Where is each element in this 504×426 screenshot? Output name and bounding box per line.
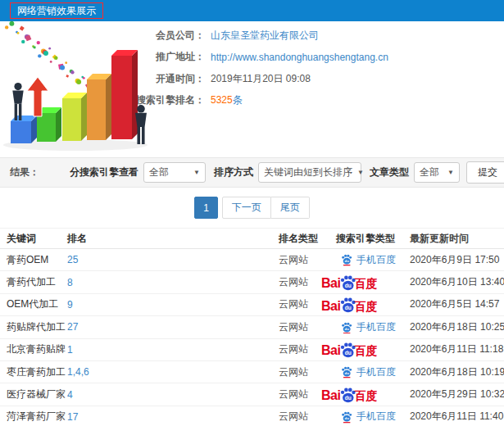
mobile-baidu-logo[interactable]: du 手机百度 — [341, 320, 396, 334]
updated-cell: 2020年6月11日 11:18 — [410, 342, 504, 356]
engine-filter-label: 分搜索引擎查看 — [70, 165, 138, 179]
table-row: 菏泽膏药厂家17云网站 du 手机百度 2020年6月11日 11:40 — [0, 406, 504, 426]
engine-filter-select[interactable]: 全部 ▼ — [143, 162, 206, 183]
pagination: 1 下一页 尾页 — [0, 188, 504, 228]
svg-text:du: du — [345, 417, 350, 421]
header-keyword: 关键词 — [0, 232, 67, 246]
article-type-value: 全部 — [420, 165, 439, 179]
sort-select[interactable]: 关键词由短到长排序 ▼ — [258, 162, 361, 183]
submit-button[interactable]: 提交 — [466, 161, 504, 184]
rank-type-cell: 云网站 — [279, 253, 336, 267]
article-type-select[interactable]: 全部 ▼ — [414, 162, 460, 183]
article-type-label: 文章类型 — [370, 165, 409, 179]
table-row: OEM代加工9云网站 Bai du 百度 2020年6月5日 14:57 — [0, 294, 504, 316]
svg-text:du: du — [345, 372, 350, 376]
last-page-button[interactable]: 尾页 — [271, 197, 310, 219]
svg-text:du: du — [345, 395, 352, 401]
table-row: 枣庄膏药加工1,4,6云网站 du 手机百度 2020年6月18日 10:19 — [0, 361, 504, 383]
svg-text:du: du — [345, 350, 352, 356]
rank-link[interactable]: 27 — [67, 321, 78, 333]
engine-type-cell: du 手机百度 — [336, 365, 410, 379]
info-rows: 会员公司： 山东皇圣堂药业有限公司 推广地址： http://www.shand… — [136, 21, 504, 111]
rank-type-cell: 云网站 — [279, 320, 336, 334]
baidu-logo[interactable]: Bai du 百度 — [321, 341, 377, 358]
filter-bar: 结果： 分搜索引擎查看 全部 ▼ 排序方式 关键词由短到长排序 ▼ 文章类型 全… — [0, 157, 504, 188]
keyword-cell: 北京膏药贴牌 — [0, 342, 67, 356]
results-table: 关键词 排名 排名类型 搜索引擎类型 最新更新时间 膏药OEM25云网站 du … — [0, 228, 504, 426]
businessman-silhouette — [12, 83, 23, 120]
updated-cell: 2020年6月18日 10:19 — [410, 365, 504, 379]
header-rank: 排名 — [67, 232, 279, 246]
chevron-down-icon: ▼ — [193, 169, 200, 176]
baidu-logo[interactable]: Bai du 百度 — [321, 386, 377, 403]
keyword-cell: 药贴牌代加工 — [0, 320, 67, 334]
rank-link[interactable]: 25 — [67, 254, 78, 265]
updated-cell: 2020年6月9日 17:50 — [410, 253, 504, 267]
updated-cell: 2020年6月10日 13:40 — [410, 275, 504, 289]
baidu-paw-icon: du — [341, 253, 352, 265]
engine-type-cell: du 手机百度 — [336, 253, 410, 267]
table-row: 药贴牌代加工27云网站 du 手机百度 2020年6月18日 10:25 — [0, 316, 504, 338]
promotion-url-link[interactable]: http://www.shandonghuangshengtang.cn — [211, 52, 388, 63]
svg-text:du: du — [345, 305, 352, 310]
engine-filter-value: 全部 — [149, 165, 169, 179]
keyword-cell: 枣庄膏药加工 — [0, 365, 67, 379]
open-time-value: 2019年11月20日 09:08 — [211, 72, 311, 86]
sort-value: 关键词由短到长排序 — [264, 165, 352, 179]
mobile-baidu-logo[interactable]: du 手机百度 — [341, 253, 396, 267]
rank-link[interactable]: 9 — [67, 299, 73, 310]
rank-link[interactable]: 1 — [67, 344, 73, 356]
engine-type-cell: Bai du 百度 — [336, 274, 410, 291]
header-engine-type: 搜索引擎类型 — [336, 232, 410, 246]
rank-link[interactable]: 4 — [67, 389, 73, 401]
rank-link[interactable]: 8 — [67, 277, 73, 288]
info-row-rank: 搜索引擎排名： 5325条 — [136, 90, 504, 112]
info-section: 会员公司： 山东皇圣堂药业有限公司 推广地址： http://www.shand… — [0, 21, 504, 157]
rank-count-unit: 条 — [233, 94, 243, 106]
svg-text:du: du — [345, 283, 352, 288]
baidu-paw-icon: du — [341, 321, 352, 333]
mobile-baidu-logo[interactable]: du 手机百度 — [341, 365, 396, 379]
filter-controls: 分搜索引擎查看 全部 ▼ 排序方式 关键词由短到长排序 ▼ 文章类型 全部 ▼ … — [61, 161, 504, 184]
chevron-down-icon: ▼ — [357, 169, 364, 176]
page-button-current[interactable]: 1 — [194, 197, 218, 219]
info-row-company: 会员公司： 山东皇圣堂药业有限公司 — [136, 25, 504, 47]
header-rank-type: 排名类型 — [279, 232, 336, 246]
keyword-cell: 膏药代加工 — [0, 275, 67, 289]
chevron-down-icon: ▼ — [447, 169, 454, 176]
result-label: 结果： — [10, 165, 39, 179]
page: 网络营销效果展示 会员公司： 山东皇圣堂药业有限公司 推广地址： http://… — [0, 0, 504, 426]
baidu-paw-icon: du — [341, 410, 352, 423]
table-row: 北京膏药贴牌1云网站 Bai du 百度 2020年6月11日 11:18 — [0, 339, 504, 361]
rank-link[interactable]: 1,4,6 — [67, 366, 89, 378]
table-row: 膏药代加工8云网站 Bai du 百度 2020年6月10日 13:40 — [0, 271, 504, 293]
info-row-open-time: 开通时间： 2019年11月20日 09:08 — [136, 68, 504, 90]
rank-count-value[interactable]: 5325条 — [211, 93, 243, 107]
rank-type-cell: 云网站 — [279, 410, 336, 424]
engine-type-cell: du 手机百度 — [336, 320, 410, 334]
company-link[interactable]: 山东皇圣堂药业有限公司 — [211, 29, 319, 43]
header-updated: 最新更新时间 — [410, 232, 504, 246]
engine-type-cell: Bai du 百度 — [336, 386, 410, 403]
rank-count-number: 5325 — [211, 94, 233, 106]
mobile-baidu-logo[interactable]: du 手机百度 — [341, 410, 396, 424]
baidu-logo[interactable]: Bai du 百度 — [321, 274, 377, 291]
app-header: 网络营销效果展示 — [0, 0, 504, 21]
keyword-cell: OEM代加工 — [0, 297, 67, 311]
updated-cell: 2020年6月18日 10:25 — [410, 320, 504, 334]
baidu-logo[interactable]: Bai du 百度 — [321, 296, 377, 313]
rank-type-cell: 云网站 — [279, 365, 336, 379]
table-header-row: 关键词 排名 排名类型 搜索引擎类型 最新更新时间 — [0, 228, 504, 249]
updated-cell: 2020年6月11日 11:40 — [410, 410, 504, 424]
table-row: 膏药OEM25云网站 du 手机百度 2020年6月9日 17:50 — [0, 249, 504, 271]
engine-type-cell: Bai du 百度 — [336, 341, 410, 358]
baidu-paw-icon: du — [341, 365, 352, 378]
keyword-cell: 膏药OEM — [0, 253, 67, 267]
rank-link[interactable]: 17 — [67, 411, 78, 423]
updated-cell: 2020年6月5日 14:57 — [410, 297, 504, 311]
page-title: 网络营销效果展示 — [10, 2, 103, 19]
table-body: 膏药OEM25云网站 du 手机百度 2020年6月9日 17:50膏药代加工8… — [0, 249, 504, 426]
keyword-cell: 菏泽膏药厂家 — [0, 410, 67, 424]
next-page-button[interactable]: 下一页 — [222, 197, 271, 219]
info-row-url: 推广地址： http://www.shandonghuangshengtang.… — [136, 47, 504, 69]
